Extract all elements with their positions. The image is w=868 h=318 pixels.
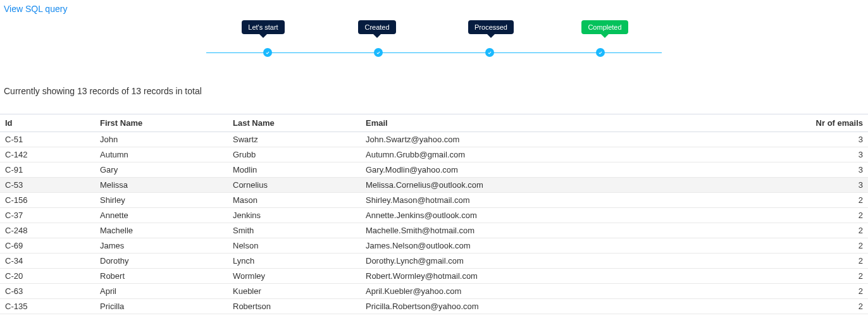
cell-email: John.Swartz@yahoo.com xyxy=(361,132,792,147)
cell-email: Annette.Jenkins@outlook.com xyxy=(361,208,792,223)
cell-nr-emails: 2 xyxy=(792,223,868,238)
cell-nr-emails: 3 xyxy=(792,178,868,193)
check-icon xyxy=(487,48,492,58)
cell-email: April.Kuebler@yahoo.com xyxy=(361,284,792,299)
cell-email: Machelle.Smith@hotmail.com xyxy=(361,223,792,238)
table-row[interactable]: C-69JamesNelsonJames.Nelson@outlook.com2 xyxy=(0,238,868,254)
stepper-line xyxy=(206,52,662,53)
cell-last-name: Mason xyxy=(228,193,361,208)
cell-nr-emails: 3 xyxy=(792,132,868,147)
cell-nr-emails: 3 xyxy=(792,147,868,162)
cell-id: C-142 xyxy=(0,147,95,162)
cell-id: C-53 xyxy=(0,178,95,193)
cell-last-name: Modlin xyxy=(228,162,361,178)
col-first-name[interactable]: First Name xyxy=(95,114,228,132)
cell-id: C-69 xyxy=(0,238,95,254)
cell-id: C-156 xyxy=(0,193,95,208)
cell-last-name: Grubb xyxy=(228,147,361,162)
step-dot-completed[interactable] xyxy=(596,48,605,57)
table-row[interactable]: C-142AutumnGrubbAutumn.Grubb@gmail.com3 xyxy=(0,147,868,162)
cell-email: Shirley.Mason@hotmail.com xyxy=(361,193,792,208)
check-icon xyxy=(376,48,381,58)
cell-email: Dorothy.Lynch@gmail.com xyxy=(361,254,792,269)
cell-first-name: Melissa xyxy=(95,178,228,193)
cell-first-name: John xyxy=(95,132,228,147)
cell-first-name: Autumn xyxy=(95,147,228,162)
cell-last-name: Lynch xyxy=(228,254,361,269)
cell-last-name: Jenkins xyxy=(228,208,361,223)
cell-nr-emails: 2 xyxy=(792,299,868,314)
step-dot-created[interactable] xyxy=(374,48,383,57)
table-row[interactable]: C-248MachelleSmithMachelle.Smith@hotmail… xyxy=(0,223,868,238)
record-summary: Currently showing 13 records of 13 recor… xyxy=(0,82,868,100)
cell-id: C-173 xyxy=(0,314,95,319)
cell-id: C-63 xyxy=(0,284,95,299)
cell-id: C-20 xyxy=(0,269,95,284)
cell-id: C-135 xyxy=(0,299,95,314)
cell-last-name: Nelson xyxy=(228,238,361,254)
table-row[interactable]: C-63AprilKueblerApril.Kuebler@yahoo.com2 xyxy=(0,284,868,299)
cell-first-name: Nelson xyxy=(95,314,228,319)
table-header-row: Id First Name Last Name Email Nr of emai… xyxy=(0,114,868,132)
step-label-created: Created xyxy=(358,20,395,34)
cell-id: C-248 xyxy=(0,223,95,238)
cell-first-name: April xyxy=(95,284,228,299)
cell-nr-emails: 2 xyxy=(792,238,868,254)
cell-id: C-34 xyxy=(0,254,95,269)
cell-first-name: Dorothy xyxy=(95,254,228,269)
table-row[interactable]: C-34DorothyLynchDorothy.Lynch@gmail.com2 xyxy=(0,254,868,269)
cell-last-name: Cornelius xyxy=(228,178,361,193)
table-row[interactable]: C-51JohnSwartzJohn.Swartz@yahoo.com3 xyxy=(0,132,868,147)
table-row[interactable]: C-173NelsonChristieNelson.Christie@outlo… xyxy=(0,314,868,319)
table-row[interactable]: C-37AnnetteJenkinsAnnette.Jenkins@outloo… xyxy=(0,208,868,223)
cell-last-name: Robertson xyxy=(228,299,361,314)
cell-email: Robert.Wormley@hotmail.com xyxy=(361,269,792,284)
cell-nr-emails: 3 xyxy=(792,162,868,178)
cell-first-name: Robert xyxy=(95,269,228,284)
view-sql-link[interactable]: View SQL query xyxy=(0,0,67,14)
check-icon xyxy=(265,48,270,58)
results-table: Id First Name Last Name Email Nr of emai… xyxy=(0,114,868,318)
table-row[interactable]: C-20RobertWormleyRobert.Wormley@hotmail.… xyxy=(0,269,868,284)
cell-last-name: Smith xyxy=(228,223,361,238)
cell-last-name: Kuebler xyxy=(228,284,361,299)
table-row[interactable]: C-156ShirleyMasonShirley.Mason@hotmail.c… xyxy=(0,193,868,208)
cell-first-name: Shirley xyxy=(95,193,228,208)
cell-nr-emails: 2 xyxy=(792,284,868,299)
col-last-name[interactable]: Last Name xyxy=(228,114,361,132)
col-id[interactable]: Id xyxy=(0,114,95,132)
check-icon xyxy=(598,48,603,58)
cell-last-name: Swartz xyxy=(228,132,361,147)
col-nr-emails[interactable]: Nr of emails xyxy=(792,114,868,132)
cell-last-name: Christie xyxy=(228,314,361,319)
cell-email: Nelson.Christie@outlook.com xyxy=(361,314,792,319)
cell-email: James.Nelson@outlook.com xyxy=(361,238,792,254)
cell-first-name: James xyxy=(95,238,228,254)
cell-email: Melissa.Cornelius@outlook.com xyxy=(361,178,792,193)
cell-id: C-51 xyxy=(0,132,95,147)
step-label-completed: Completed xyxy=(581,20,628,34)
cell-email: Autumn.Grubb@gmail.com xyxy=(361,147,792,162)
table-row[interactable]: C-91GaryModlinGary.Modlin@yahoo.com3 xyxy=(0,162,868,178)
cell-nr-emails: 2 xyxy=(792,269,868,284)
step-label-lets-start: Let's start xyxy=(242,20,284,34)
table-row[interactable]: C-53MelissaCorneliusMelissa.Cornelius@ou… xyxy=(0,178,868,193)
step-label-processed: Processed xyxy=(468,20,514,34)
step-dot-lets-start[interactable] xyxy=(263,48,272,57)
step-dot-processed[interactable] xyxy=(485,48,494,57)
table-row[interactable]: C-135PricillaRobertsonPricilla.Robertson… xyxy=(0,299,868,314)
cell-id: C-91 xyxy=(0,162,95,178)
cell-id: C-37 xyxy=(0,208,95,223)
cell-email: Pricilla.Robertson@yahoo.com xyxy=(361,299,792,314)
cell-nr-emails: 2 xyxy=(792,314,868,319)
cell-nr-emails: 2 xyxy=(792,193,868,208)
cell-nr-emails: 2 xyxy=(792,254,868,269)
cell-last-name: Wormley xyxy=(228,269,361,284)
col-email[interactable]: Email xyxy=(361,114,792,132)
progress-stepper: Let's start Created Processed Completed xyxy=(206,14,662,57)
cell-email: Gary.Modlin@yahoo.com xyxy=(361,162,792,178)
cell-first-name: Annette xyxy=(95,208,228,223)
cell-first-name: Pricilla xyxy=(95,299,228,314)
cell-nr-emails: 2 xyxy=(792,208,868,223)
cell-first-name: Machelle xyxy=(95,223,228,238)
